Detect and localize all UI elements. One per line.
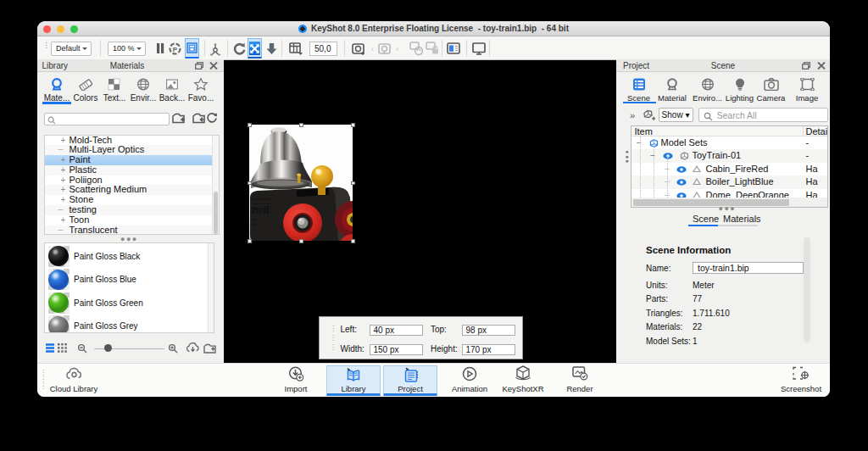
- svg-text:P: P: [173, 46, 178, 53]
- svg-text:Bell: Bell: [251, 203, 270, 216]
